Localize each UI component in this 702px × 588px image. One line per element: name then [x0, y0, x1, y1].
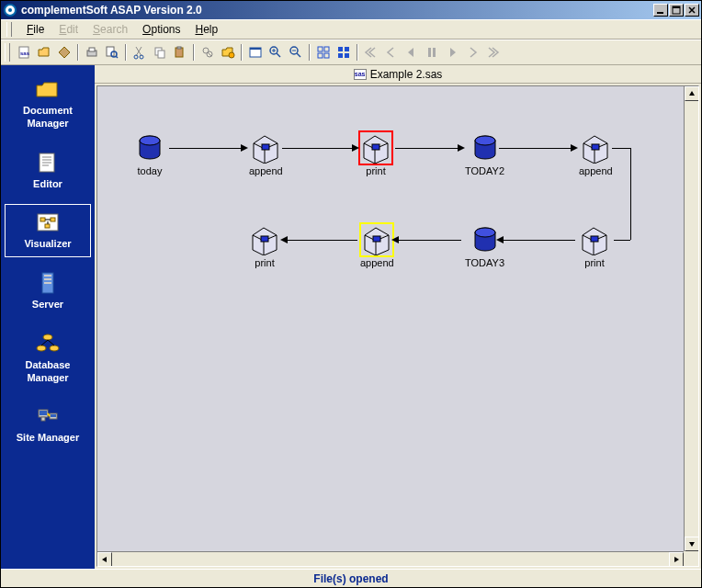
document-tab[interactable]: sas Example 2.sas	[95, 65, 701, 84]
server-icon	[33, 271, 62, 295]
node-label: TODAY2	[465, 165, 504, 176]
menubar: File Edit Search Options Help	[1, 19, 701, 40]
scroll-left-button[interactable]	[97, 552, 112, 567]
minimize-button[interactable]	[653, 4, 668, 17]
node-append-3[interactable]: append	[360, 224, 394, 268]
preview-button[interactable]	[102, 42, 122, 62]
node-append-1[interactable]: append	[249, 132, 283, 176]
cube-icon	[360, 132, 391, 164]
pause-button[interactable]	[422, 42, 442, 62]
menu-help[interactable]: Help	[187, 21, 225, 38]
vertical-scrollbar[interactable]	[684, 86, 698, 551]
svg-line-26	[277, 53, 280, 57]
scroll-right-button[interactable]	[669, 552, 684, 567]
close-button[interactable]	[685, 4, 699, 17]
arrow-head	[280, 236, 288, 243]
toolbar-handle[interactable]	[5, 43, 10, 62]
svg-point-59	[50, 345, 59, 351]
node-print-1[interactable]: print	[360, 132, 391, 176]
statusbar: File(s) opened	[1, 569, 701, 587]
node-print-3[interactable]: print	[249, 224, 280, 268]
find-button[interactable]	[198, 42, 218, 62]
node-today3[interactable]: TODAY3	[465, 224, 504, 268]
window-button[interactable]	[245, 42, 266, 62]
sidebar-item-server[interactable]: Server	[5, 265, 91, 318]
node-label: append	[360, 257, 394, 268]
print-button[interactable]	[82, 42, 102, 62]
copy-button[interactable]	[150, 42, 170, 62]
svg-rect-66	[41, 417, 45, 421]
toolbar-sep	[77, 44, 79, 61]
svg-rect-18	[177, 47, 181, 49]
svg-rect-2	[657, 12, 663, 14]
menu-search: Search	[85, 21, 135, 38]
sidebar-item-site-manager[interactable]: Site Manager	[5, 398, 91, 451]
scroll-down-button[interactable]	[685, 537, 699, 551]
toolbar: sas	[1, 40, 701, 65]
database-icon	[33, 332, 62, 356]
scroll-up-button[interactable]	[685, 86, 699, 101]
horizontal-scrollbar[interactable]	[97, 551, 684, 566]
new-file-button[interactable]: sas	[14, 42, 34, 62]
svg-line-61	[48, 340, 54, 345]
paste-button[interactable]	[170, 42, 190, 62]
save-button[interactable]	[54, 42, 74, 62]
svg-rect-48	[40, 218, 45, 221]
grid2-button[interactable]	[334, 42, 354, 62]
svg-rect-71	[372, 144, 379, 150]
arrow	[630, 148, 631, 240]
svg-line-21	[208, 52, 211, 56]
node-print-2[interactable]: print	[579, 224, 610, 268]
svg-line-30	[297, 53, 300, 57]
svg-rect-33	[324, 47, 329, 51]
arrow-head	[241, 144, 248, 152]
svg-point-1	[8, 8, 12, 12]
svg-rect-78	[373, 236, 380, 242]
svg-rect-56	[44, 282, 51, 284]
toolbar-sep	[357, 44, 358, 61]
nav-next-button[interactable]	[462, 42, 482, 62]
arrow-head	[391, 236, 399, 243]
svg-line-12	[116, 56, 118, 58]
nav-last-button[interactable]	[482, 42, 503, 62]
cube-icon	[580, 132, 611, 164]
sidebar-item-document-manager[interactable]: Document Manager	[5, 71, 91, 137]
grid1-button[interactable]	[313, 42, 334, 62]
node-today2[interactable]: TODAY2	[465, 132, 504, 176]
svg-rect-24	[250, 48, 261, 50]
menu-options[interactable]: Options	[135, 21, 187, 38]
maximize-button[interactable]	[669, 4, 684, 17]
node-append-2[interactable]: append	[579, 132, 613, 176]
svg-point-58	[37, 345, 46, 351]
svg-point-69	[140, 136, 160, 145]
sidebar-item-visualizer[interactable]: Visualizer	[5, 204, 91, 257]
nav-back-button[interactable]	[402, 42, 422, 62]
visualizer-icon	[33, 210, 62, 234]
nav-fwd-button[interactable]	[442, 42, 462, 62]
menu-file[interactable]: File	[19, 21, 51, 38]
svg-rect-16	[158, 51, 164, 58]
nav-prev-button[interactable]	[381, 42, 402, 62]
open-file-button[interactable]	[34, 42, 54, 62]
svg-text:sas: sas	[20, 51, 30, 56]
menubar-handle[interactable]	[6, 22, 12, 37]
folder-button[interactable]	[218, 42, 238, 62]
diagram-canvas[interactable]: today append print TODAY2	[97, 86, 698, 566]
zoom-out-button[interactable]	[286, 42, 306, 62]
sidebar-item-label: Editor	[33, 178, 62, 191]
arrow	[169, 148, 241, 149]
svg-marker-7	[59, 47, 70, 58]
svg-rect-63	[40, 411, 47, 415]
zoom-in-button[interactable]	[266, 42, 286, 62]
cut-button[interactable]	[130, 42, 150, 62]
nav-first-button[interactable]	[361, 42, 381, 62]
node-today[interactable]: today	[134, 132, 165, 176]
node-label: append	[249, 165, 283, 176]
sidebar-item-database-manager[interactable]: Database Manager	[5, 325, 91, 391]
toolbar-sep	[125, 44, 127, 61]
toolbar-sep	[193, 44, 195, 61]
arrow	[399, 240, 461, 241]
svg-rect-9	[89, 48, 95, 51]
svg-line-60	[41, 340, 48, 345]
sidebar-item-editor[interactable]: Editor	[5, 144, 91, 198]
